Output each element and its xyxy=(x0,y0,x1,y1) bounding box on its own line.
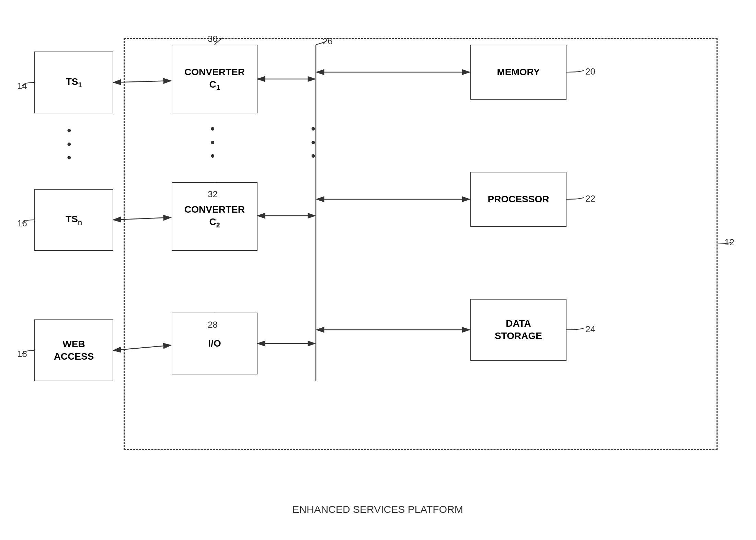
ref-24: 24 xyxy=(585,324,595,335)
box-tsn: TSn xyxy=(34,189,113,251)
diagram-container: TS1 TSn WEB ACCESS CONVERTER C1 CONVERTE… xyxy=(17,17,738,526)
ref-26: 26 xyxy=(323,36,333,47)
ref-18: 18 xyxy=(17,349,27,359)
conv1-sub: 1 xyxy=(216,84,220,91)
box-processor: PROCESSOR xyxy=(470,172,566,227)
web-label-line2: ACCESS xyxy=(54,350,94,363)
ref-22: 22 xyxy=(585,193,595,204)
dots-bus: ••• xyxy=(311,122,316,163)
ref-20: 20 xyxy=(585,66,595,77)
ts1-sub: 1 xyxy=(78,81,82,89)
box-converter1: CONVERTER C1 xyxy=(172,45,257,113)
processor-label: PROCESSOR xyxy=(488,193,549,205)
io-label: I/O xyxy=(208,337,221,350)
dots-ts: ••• xyxy=(67,124,71,165)
conv2-label-line1: CONVERTER xyxy=(184,203,245,216)
box-data-storage: DATA STORAGE xyxy=(470,299,566,361)
conv2-sub: 2 xyxy=(216,221,220,229)
box-memory: MEMORY xyxy=(470,45,566,100)
dots-conv: ••• xyxy=(210,122,215,163)
ref-28: 28 xyxy=(208,319,218,330)
box-web-access: WEB ACCESS xyxy=(34,319,113,381)
tsn-sub: n xyxy=(78,218,82,226)
ts1-label: TS1 xyxy=(66,76,82,89)
datastorage-label2: STORAGE xyxy=(495,330,542,342)
box-ts1: TS1 xyxy=(34,52,113,113)
ref-32: 32 xyxy=(208,189,218,200)
ref-14: 14 xyxy=(17,81,27,91)
conv1-label-line2: C1 xyxy=(209,78,220,92)
memory-label: MEMORY xyxy=(497,66,540,78)
conv1-label-line1: CONVERTER xyxy=(184,66,245,78)
tsn-label: TSn xyxy=(66,213,82,227)
conv2-label-line2: C2 xyxy=(209,216,220,229)
datastorage-label1: DATA xyxy=(506,317,531,330)
ref-30: 30 xyxy=(208,34,218,44)
platform-label: ENHANCED SERVICES PLATFORM xyxy=(292,504,463,515)
ref-12: 12 xyxy=(724,237,734,248)
web-label-line1: WEB xyxy=(62,338,85,350)
ref-16: 16 xyxy=(17,218,27,229)
